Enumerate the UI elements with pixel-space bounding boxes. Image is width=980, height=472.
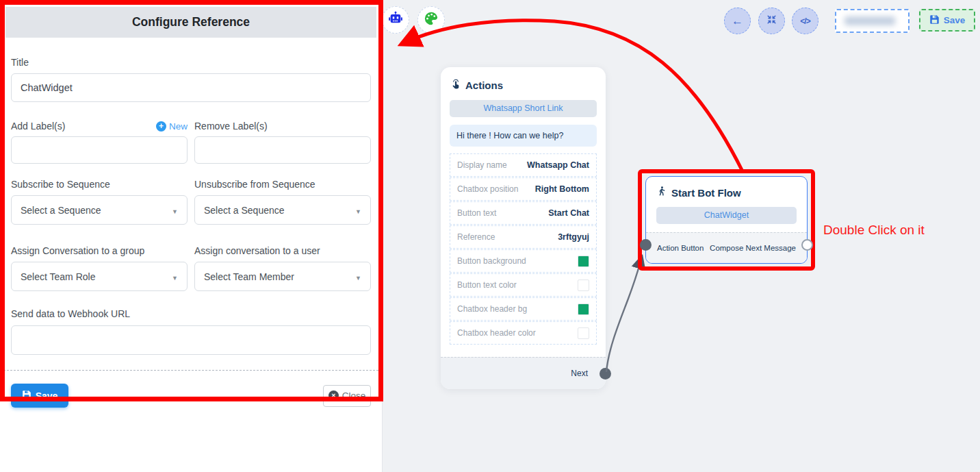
panel-close-button[interactable]: Close xyxy=(323,385,371,407)
save-icon xyxy=(22,390,31,401)
add-labels-label: Add Label(s) xyxy=(11,121,65,132)
new-link-text: New xyxy=(169,121,188,132)
subscribe-label: Subscribe to Sequence xyxy=(11,179,188,190)
theme-palette-button[interactable] xyxy=(417,6,445,34)
setting-row[interactable]: Button text color xyxy=(450,273,597,297)
setting-label: Chatbox position xyxy=(457,184,518,194)
setting-label: Button background xyxy=(457,256,526,266)
save-icon xyxy=(929,14,940,27)
subscribe-select-value: Select a Sequence xyxy=(21,205,101,216)
title-input[interactable] xyxy=(11,73,371,102)
flow-connection-edge xyxy=(606,259,641,372)
webhook-url-input[interactable] xyxy=(11,325,371,355)
close-icon xyxy=(328,390,339,401)
walking-person-icon xyxy=(656,186,667,199)
configure-reference-panel: Configure Reference Title Add Label(s) N… xyxy=(0,0,383,472)
remove-labels-input[interactable] xyxy=(194,136,371,164)
embed-code-button[interactable] xyxy=(792,8,818,34)
setting-row[interactable]: Chatbox header color xyxy=(450,321,597,345)
webhook-label: Send data to Webhook URL xyxy=(11,308,371,319)
right-port-label: Compose Next Message xyxy=(710,244,796,252)
plus-icon xyxy=(156,121,166,132)
add-labels-input[interactable] xyxy=(11,136,188,164)
back-button[interactable] xyxy=(724,8,751,34)
setting-value: 3rftgyuj xyxy=(558,232,589,242)
color-swatch[interactable] xyxy=(578,280,589,291)
actions-card: Actions Whatsapp Short Link Hi there ! H… xyxy=(441,67,606,389)
team-role-value: Select Team Role xyxy=(21,271,95,282)
team-role-select[interactable]: Select Team Role xyxy=(11,262,188,291)
unsubscribe-sequence-select[interactable]: Select a Sequence xyxy=(194,195,371,225)
canvas-save-label: Save xyxy=(944,15,966,25)
fit-screen-button[interactable] xyxy=(758,8,785,34)
team-member-select[interactable]: Select Team Member xyxy=(194,262,371,291)
chevron-down-icon xyxy=(355,205,361,216)
panel-save-label: Save xyxy=(36,390,58,401)
chevron-down-icon xyxy=(172,205,178,216)
bot-builder-button[interactable] xyxy=(382,6,409,34)
node-footer: Action Button Compose Next Message xyxy=(646,232,807,263)
color-swatch[interactable] xyxy=(578,256,589,267)
remove-labels-label: Remove Label(s) xyxy=(194,121,268,132)
unsubscribe-select-value: Select a Sequence xyxy=(204,205,285,216)
subscribe-sequence-select[interactable]: Select a Sequence xyxy=(11,195,188,225)
setting-value: Start Chat xyxy=(548,208,589,218)
compress-arrows-icon xyxy=(766,14,777,27)
double-click-annotation: Double Click on it xyxy=(823,223,925,238)
actions-card-title: Actions xyxy=(465,79,503,91)
setting-label: Button text xyxy=(457,208,496,218)
setting-row[interactable]: Chatbox position Right Bottom xyxy=(450,177,597,201)
title-label: Title xyxy=(11,57,371,68)
setting-value: Whatsapp Chat xyxy=(527,160,589,170)
setting-row[interactable]: Reference 3rftgyuj xyxy=(450,225,597,249)
setting-value: Right Bottom xyxy=(535,184,589,194)
panel-close-label: Close xyxy=(342,390,366,401)
assign-group-label: Assign Conversation to a group xyxy=(11,245,188,256)
next-label: Next xyxy=(571,369,588,378)
blurred-text xyxy=(844,16,895,25)
setting-label: Chatbox header color xyxy=(457,328,536,338)
start-bot-flow-node[interactable]: Start Bot Flow ChatWidget Action Button … xyxy=(645,176,808,264)
chatwidget-button[interactable]: ChatWidget xyxy=(656,207,797,224)
pointing-hand-icon xyxy=(450,79,461,92)
setting-row[interactable]: Display name Whatsapp Chat xyxy=(450,153,597,177)
unsubscribe-label: Unsubscribe from Sequence xyxy=(194,179,371,190)
palette-icon xyxy=(424,11,439,29)
setting-label: Display name xyxy=(457,160,507,170)
panel-title: Configure Reference xyxy=(5,7,376,38)
canvas-save-button[interactable]: Save xyxy=(919,9,975,32)
action-button-input-port[interactable] xyxy=(640,239,652,251)
setting-label: Reference xyxy=(457,232,495,242)
team-member-value: Select Team Member xyxy=(204,271,294,282)
color-swatch[interactable] xyxy=(578,327,589,339)
setting-row[interactable]: Button background xyxy=(450,249,597,273)
panel-save-button[interactable]: Save xyxy=(11,384,68,408)
chevron-down-icon xyxy=(172,271,178,282)
settings-rows: Display name Whatsapp Chat Chatbox posit… xyxy=(450,153,597,345)
color-swatch[interactable] xyxy=(578,303,589,315)
actions-card-footer: Next xyxy=(441,357,606,389)
node-title: Start Bot Flow xyxy=(671,187,741,199)
flow-name-field[interactable] xyxy=(835,9,910,33)
chevron-down-icon xyxy=(355,271,361,282)
next-output-port[interactable] xyxy=(599,368,611,380)
robot-icon xyxy=(388,11,403,29)
compose-next-output-port[interactable] xyxy=(801,239,813,251)
setting-label: Button text color xyxy=(457,280,517,290)
left-port-label: Action Button xyxy=(657,244,704,252)
setting-label: Chatbox header bg xyxy=(457,304,527,314)
greeting-message[interactable]: Hi there ! How can we help? xyxy=(450,125,597,147)
new-label-link[interactable]: New xyxy=(156,121,188,132)
assign-user-label: Assign conversation to a user xyxy=(194,245,371,256)
setting-row[interactable]: Button text Start Chat xyxy=(450,201,597,225)
start-node-highlight: Start Bot Flow ChatWidget Action Button … xyxy=(638,169,815,271)
setting-row[interactable]: Chatbox header bg xyxy=(450,297,597,321)
whatsapp-short-link-button[interactable]: Whatsapp Short Link xyxy=(450,100,597,117)
